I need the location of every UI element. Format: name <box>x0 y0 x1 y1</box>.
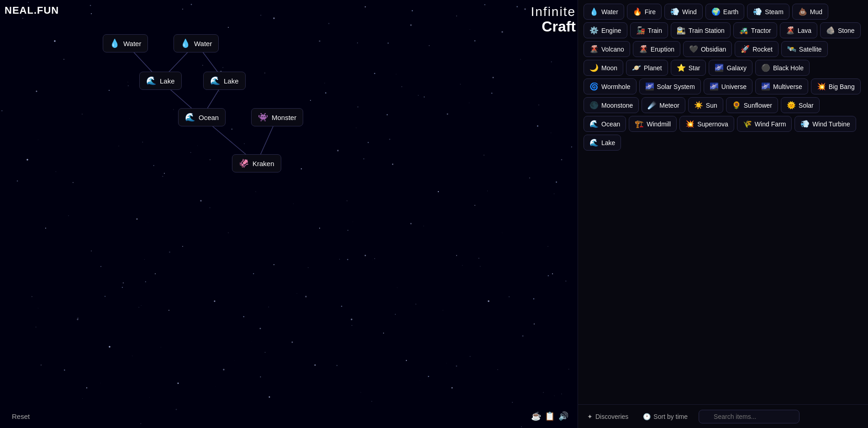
sort-button[interactable]: 🕐 Sort by time <box>639 410 691 423</box>
sort-icon: 🕐 <box>643 413 651 420</box>
craft-item-label: Water <box>123 40 141 47</box>
craft-item-lake2[interactable]: 🌊Lake <box>203 72 246 90</box>
craft-item-label: Ocean <box>199 114 219 121</box>
sidebar-item-label: Solar <box>799 102 814 109</box>
sidebar-item-24[interactable]: 🌌Universe <box>704 78 752 94</box>
sidebar-item-28[interactable]: ☄️Meteor <box>642 97 685 113</box>
sound-icon[interactable]: 🔊 <box>557 409 570 423</box>
lines-svg <box>0 0 578 428</box>
sidebar-item-emoji: 🌌 <box>645 82 654 91</box>
game-title-craft: Craft <box>531 19 576 34</box>
sidebar-item-label: Wind Turbine <box>812 120 850 128</box>
craft-item-lake1[interactable]: 🌊Lake <box>139 72 182 90</box>
sidebar-item-emoji: 🌍 <box>711 7 721 16</box>
sidebar-item-emoji: 🚉 <box>677 26 686 35</box>
coffee-icon[interactable]: ☕ <box>529 409 543 423</box>
sidebar-item-emoji: ☀️ <box>694 101 703 110</box>
craft-area: 💧Water💧Water🌊Lake🌊Lake🌊Ocean👾Monster🦑Kra… <box>0 0 578 428</box>
sidebar-item-label: Volcano <box>601 46 624 53</box>
craft-item-water2[interactable]: 💧Water <box>174 34 219 52</box>
sidebar-item-10[interactable]: 🌋Lava <box>780 22 817 38</box>
sidebar-item-label: Eruption <box>651 46 674 53</box>
craft-item-water1[interactable]: 💧Water <box>103 34 148 52</box>
logo-text: NEAL.FUN <box>5 5 59 16</box>
sidebar-item-26[interactable]: 💥Big Bang <box>811 78 861 94</box>
sidebar-item-16[interactable]: 🛰️Satellite <box>781 41 828 57</box>
sidebar-item-30[interactable]: 🌻Sunflower <box>726 97 778 113</box>
sidebar-item-emoji: 🚂 <box>636 26 645 35</box>
sidebar-item-emoji: 🛰️ <box>787 45 796 53</box>
sidebar-item-8[interactable]: 🚉Train Station <box>671 22 731 38</box>
sidebar-item-emoji: ☄️ <box>647 101 657 110</box>
sidebar-item-label: Ocean <box>601 120 620 128</box>
sidebar-item-label: Wormhole <box>601 83 631 90</box>
sidebar-item-label: Big Bang <box>829 83 855 90</box>
sidebar-item-label: Tractor <box>751 27 771 34</box>
sidebar-item-34[interactable]: 💥Supernova <box>679 116 734 132</box>
sidebar-item-37[interactable]: 🌊Lake <box>584 135 621 151</box>
sidebar-item-4[interactable]: 💨Steam <box>747 4 789 20</box>
sidebar-item-15[interactable]: 🚀Rocket <box>735 41 779 57</box>
sidebar-item-label: Wind Farm <box>755 120 786 128</box>
sidebar-item-23[interactable]: 🌌Solar System <box>639 78 701 94</box>
sidebar-item-label: Wind <box>682 8 697 16</box>
sidebar-item-emoji: 🌌 <box>710 82 719 91</box>
sidebar-item-20[interactable]: 🌌Galaxy <box>709 60 752 76</box>
craft-item-label: Water <box>194 40 212 47</box>
sidebar-item-2[interactable]: 💨Wind <box>664 4 703 20</box>
sidebar-item-emoji: ⭐ <box>677 63 686 72</box>
sidebar-item-emoji: 💥 <box>685 120 694 128</box>
search-input[interactable] <box>699 410 800 423</box>
sidebar-item-5[interactable]: 💩Mud <box>792 4 828 20</box>
sidebar: 💧Water🔥Fire💨Wind🌍Earth💨Steam💩Mud⚙️Engine… <box>578 0 868 428</box>
sidebar-item-6[interactable]: ⚙️Engine <box>584 22 627 38</box>
sidebar-item-emoji: 🌌 <box>715 63 724 72</box>
sidebar-item-label: Planet <box>644 64 662 72</box>
sidebar-item-18[interactable]: 🪐Planet <box>626 60 668 76</box>
discoveries-button[interactable]: ✦ Discoveries <box>584 410 632 423</box>
craft-item-emoji: 💧 <box>180 38 190 48</box>
search-wrapper: 🔍 <box>699 410 863 423</box>
sidebar-item-13[interactable]: 🌋Eruption <box>633 41 680 57</box>
game-title: Infinite Craft <box>531 5 576 34</box>
sidebar-item-27[interactable]: 🌑Moonstone <box>584 97 639 113</box>
sidebar-item-12[interactable]: 🌋Volcano <box>584 41 630 57</box>
craft-item-label: Kraken <box>253 160 274 167</box>
sidebar-item-19[interactable]: ⭐Star <box>671 60 706 76</box>
sidebar-item-label: Obsidian <box>701 46 726 53</box>
sidebar-item-0[interactable]: 💧Water <box>584 4 624 20</box>
sidebar-item-14[interactable]: 🖤Obsidian <box>683 41 732 57</box>
sidebar-item-31[interactable]: 🌞Solar <box>781 97 820 113</box>
sidebar-item-emoji: 💩 <box>798 7 807 16</box>
sidebar-item-17[interactable]: 🌙Moon <box>584 60 623 76</box>
sidebar-item-3[interactable]: 🌍Earth <box>705 4 744 20</box>
sidebar-item-emoji: 🌋 <box>639 45 648 53</box>
craft-item-monster[interactable]: 👾Monster <box>251 108 303 126</box>
sidebar-item-36[interactable]: 💨Wind Turbine <box>794 116 856 132</box>
craft-item-emoji: 🌊 <box>185 112 195 122</box>
sidebar-item-emoji: 🚀 <box>741 45 750 53</box>
sidebar-item-emoji: 🌊 <box>589 120 599 128</box>
stars-canvas <box>0 0 578 428</box>
craft-item-kraken[interactable]: 🦑Kraken <box>232 154 281 172</box>
sidebar-item-7[interactable]: 🚂Train <box>630 22 668 38</box>
sidebar-item-29[interactable]: ☀️Sun <box>688 97 723 113</box>
sidebar-item-33[interactable]: 🏗️Windmill <box>629 116 677 132</box>
sidebar-item-emoji: 🌋 <box>786 26 795 35</box>
sidebar-item-22[interactable]: 🌀Wormhole <box>584 78 637 94</box>
sidebar-item-1[interactable]: 🔥Fire <box>627 4 662 20</box>
sidebar-item-21[interactable]: ⚫Black Hole <box>755 60 810 76</box>
sidebar-item-35[interactable]: 🌾Wind Farm <box>737 116 792 132</box>
craft-item-label: Lake <box>224 77 239 85</box>
share-icon[interactable]: 📋 <box>543 409 557 423</box>
sidebar-item-11[interactable]: 🪨Stone <box>820 22 861 38</box>
sidebar-item-32[interactable]: 🌊Ocean <box>584 116 626 132</box>
sidebar-item-25[interactable]: 🌌Multiverse <box>755 78 808 94</box>
craft-item-ocean[interactable]: 🌊Ocean <box>178 108 226 126</box>
sidebar-item-9[interactable]: 🚜Tractor <box>733 22 777 38</box>
sidebar-item-emoji: 🌊 <box>589 138 599 147</box>
craft-item-label: Monster <box>272 114 296 121</box>
reset-button[interactable]: Reset <box>7 410 34 423</box>
sidebar-item-emoji: 💨 <box>753 7 762 16</box>
sidebar-item-label: Meteor <box>659 102 679 109</box>
